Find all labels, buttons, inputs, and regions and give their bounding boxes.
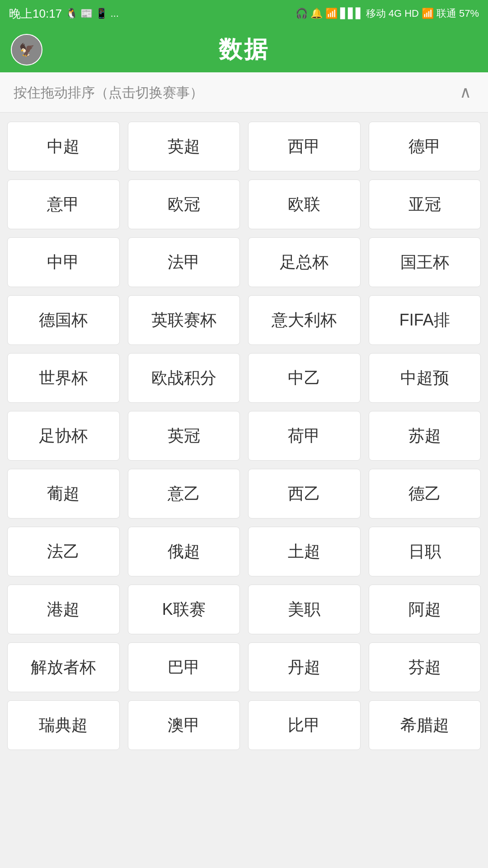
- league-item-0[interactable]: 中超: [7, 122, 120, 171]
- league-item-24[interactable]: 葡超: [7, 469, 120, 519]
- league-item-36[interactable]: 解放者杯: [7, 642, 120, 692]
- league-item-19[interactable]: 中超预: [369, 353, 481, 403]
- league-item-32[interactable]: 港超: [7, 585, 120, 634]
- league-item-2[interactable]: 西甲: [248, 122, 361, 171]
- league-item-39[interactable]: 芬超: [369, 642, 481, 692]
- league-item-33[interactable]: K联赛: [128, 585, 240, 634]
- signal-icon: ▋▋▋: [340, 8, 363, 19]
- league-item-38[interactable]: 丹超: [248, 642, 361, 692]
- league-item-3[interactable]: 德甲: [369, 122, 481, 171]
- status-right: 🎧 🔔 📶 ▋▋▋ 移动 4G HD 📶 联通 57%: [296, 7, 479, 20]
- league-item-14[interactable]: 意大利杯: [248, 295, 361, 345]
- sort-main-text: 按住拖动排序（点击切换赛事）: [14, 82, 203, 101]
- league-item-5[interactable]: 欧冠: [128, 179, 240, 229]
- league-item-31[interactable]: 日职: [369, 527, 481, 576]
- league-item-20[interactable]: 足协杯: [7, 411, 120, 461]
- wifi-icon: 📶: [325, 8, 338, 19]
- league-item-11[interactable]: 国王杯: [369, 237, 481, 287]
- league-item-18[interactable]: 中乙: [248, 353, 361, 403]
- league-item-34[interactable]: 美职: [248, 585, 361, 634]
- league-item-42[interactable]: 比甲: [248, 700, 361, 750]
- chevron-up-icon: ∧: [460, 83, 471, 102]
- bell-icon: 🔔: [310, 8, 323, 19]
- page-title: 数据: [219, 34, 269, 66]
- league-item-21[interactable]: 英冠: [128, 411, 240, 461]
- league-item-35[interactable]: 阿超: [369, 585, 481, 634]
- collapse-button[interactable]: ∧: [456, 83, 474, 101]
- headphone-icon: 🎧: [296, 8, 308, 19]
- status-icons: 🐧 📰 📱 ...: [66, 8, 119, 19]
- league-item-13[interactable]: 英联赛杯: [128, 295, 240, 345]
- league-item-40[interactable]: 瑞典超: [7, 700, 120, 750]
- league-item-8[interactable]: 中甲: [7, 237, 120, 287]
- league-item-22[interactable]: 荷甲: [248, 411, 361, 461]
- league-item-26[interactable]: 西乙: [248, 469, 361, 519]
- signal2-icon: 📶: [422, 8, 434, 19]
- league-item-23[interactable]: 苏超: [369, 411, 481, 461]
- league-item-25[interactable]: 意乙: [128, 469, 240, 519]
- league-item-28[interactable]: 法乙: [7, 527, 120, 576]
- league-item-10[interactable]: 足总杯: [248, 237, 361, 287]
- league-item-15[interactable]: FIFA排: [369, 295, 481, 345]
- status-time: 晚上10:17: [9, 6, 62, 22]
- league-item-12[interactable]: 德国杯: [7, 295, 120, 345]
- league-item-41[interactable]: 澳甲: [128, 700, 240, 750]
- league-grid: 中超英超西甲德甲意甲欧冠欧联亚冠中甲法甲足总杯国王杯德国杯英联赛杯意大利杯FIF…: [0, 113, 488, 759]
- sort-bar: 按住拖动排序（点击切换赛事） ∧: [0, 72, 488, 113]
- app-header: 🦅 数据: [0, 27, 488, 72]
- league-item-17[interactable]: 欧战积分: [128, 353, 240, 403]
- avatar-icon: 🦅: [19, 42, 35, 57]
- league-item-7[interactable]: 亚冠: [369, 179, 481, 229]
- league-item-43[interactable]: 希腊超: [369, 700, 481, 750]
- status-bar: 晚上10:17 🐧 📰 📱 ... 🎧 🔔 📶 ▋▋▋ 移动 4G HD 📶 联…: [0, 0, 488, 27]
- avatar[interactable]: 🦅: [11, 34, 42, 66]
- battery-label: 57%: [459, 8, 479, 19]
- league-item-16[interactable]: 世界杯: [7, 353, 120, 403]
- league-item-9[interactable]: 法甲: [128, 237, 240, 287]
- carrier2-label: 联通: [436, 7, 456, 20]
- league-item-27[interactable]: 德乙: [369, 469, 481, 519]
- league-item-4[interactable]: 意甲: [7, 179, 120, 229]
- league-item-6[interactable]: 欧联: [248, 179, 361, 229]
- league-item-1[interactable]: 英超: [128, 122, 240, 171]
- status-left: 晚上10:17 🐧 📰 📱 ...: [9, 6, 119, 22]
- sort-label: 按住拖动排序（点击切换赛事）: [14, 82, 203, 102]
- league-item-30[interactable]: 土超: [248, 527, 361, 576]
- carrier-label: 移动 4G HD: [366, 7, 419, 20]
- league-item-29[interactable]: 俄超: [128, 527, 240, 576]
- league-item-37[interactable]: 巴甲: [128, 642, 240, 692]
